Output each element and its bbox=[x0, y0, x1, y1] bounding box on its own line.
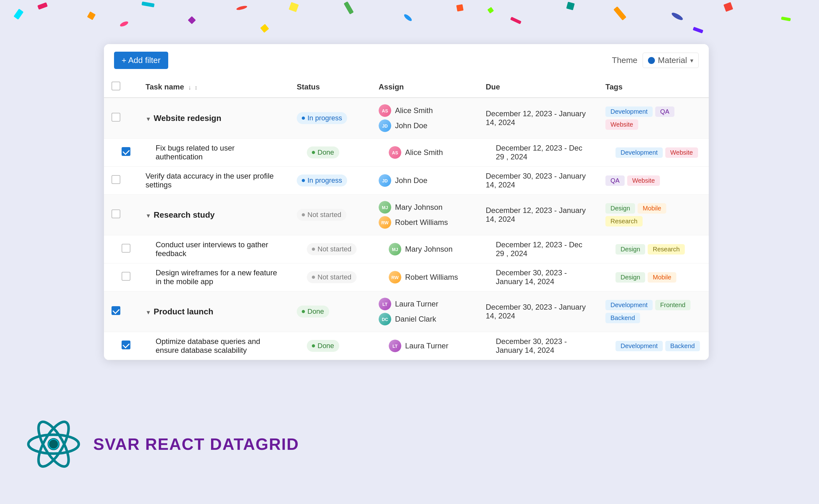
tag: Research bbox=[648, 244, 685, 255]
assignee-name: John Doe bbox=[395, 121, 427, 130]
assignee-name: Mary Johnson bbox=[405, 245, 453, 254]
tags-cell: DevelopmentQAWebsite bbox=[605, 106, 701, 130]
status-dot bbox=[302, 117, 305, 120]
assignee: MJ Mary Johnson bbox=[389, 243, 471, 255]
table-row: Fix bugs related to user authentication … bbox=[104, 139, 709, 167]
assignee-name: Robert Williams bbox=[405, 273, 458, 282]
tag: QA bbox=[605, 175, 625, 186]
avatar: LT bbox=[389, 340, 401, 352]
avatar: LT bbox=[379, 298, 391, 310]
table-row: ▼Product launch Done LT Laura Turner DC … bbox=[104, 291, 709, 332]
assignee: JD John Doe bbox=[379, 174, 471, 187]
data-table: Task name ↓ ↕ Status Assign Due Tags ▼We… bbox=[104, 77, 709, 360]
theme-selector: Theme Material ▾ bbox=[612, 53, 699, 68]
expand-icon[interactable]: ▼ bbox=[146, 116, 151, 122]
tags-cell: DesignMobile bbox=[616, 272, 701, 283]
status-badge: Not started bbox=[307, 243, 357, 255]
status-dot bbox=[312, 276, 315, 279]
tag: Development bbox=[616, 147, 663, 158]
avatar: AS bbox=[389, 146, 401, 159]
avatar: MJ bbox=[389, 243, 401, 255]
tag: Backend bbox=[605, 313, 640, 323]
assignee: AS Alice Smith bbox=[379, 104, 471, 117]
cursor-icon: ↕ bbox=[195, 84, 198, 91]
assignee-name: Robert Williams bbox=[395, 218, 448, 227]
status-dot bbox=[312, 151, 315, 154]
row-checkbox[interactable] bbox=[112, 175, 120, 184]
assignee: JD John Doe bbox=[379, 119, 471, 132]
avatar: AS bbox=[379, 104, 391, 117]
chevron-down-icon: ▾ bbox=[690, 57, 693, 64]
assignee-name: John Doe bbox=[395, 176, 427, 185]
column-header-assign[interactable]: Assign bbox=[371, 77, 478, 98]
status-badge: Done bbox=[297, 306, 329, 318]
row-checkbox[interactable] bbox=[122, 341, 130, 349]
row-checkbox[interactable] bbox=[122, 272, 130, 281]
tag: Website bbox=[627, 175, 660, 186]
due-date: December 12, 2023 - Dec 29 , 2024 bbox=[496, 240, 582, 258]
row-checkbox[interactable] bbox=[112, 113, 120, 122]
theme-dropdown[interactable]: Material ▾ bbox=[643, 53, 699, 68]
expand-icon[interactable]: ▼ bbox=[146, 309, 151, 316]
tags-cell: DesignResearch bbox=[616, 244, 701, 255]
status-badge: Not started bbox=[307, 271, 357, 283]
assignee-name: Mary Johnson bbox=[395, 203, 443, 212]
task-name: Optimize database queries and ensure dat… bbox=[156, 337, 260, 354]
tag: QA bbox=[655, 106, 674, 117]
column-header-tags[interactable]: Tags bbox=[598, 77, 709, 98]
tag: Website bbox=[605, 119, 638, 130]
due-date: December 30, 2023 - January 14, 2024 bbox=[496, 337, 567, 354]
add-filter-button[interactable]: + Add filter bbox=[114, 52, 168, 69]
row-checkbox[interactable] bbox=[112, 306, 120, 315]
svg-text:AS: AS bbox=[382, 108, 388, 113]
avatar: JD bbox=[379, 119, 391, 132]
svg-text:LT: LT bbox=[382, 302, 388, 307]
tags-cell: DesignMobileResearch bbox=[605, 203, 701, 226]
svg-text:LT: LT bbox=[392, 344, 398, 349]
assignee: LT Laura Turner bbox=[389, 340, 471, 352]
task-name: Fix bugs related to user authentication bbox=[156, 144, 235, 161]
table-row: Design wireframes for a new feature in t… bbox=[104, 263, 709, 291]
expand-icon[interactable]: ▼ bbox=[146, 213, 151, 219]
assignee-name: Alice Smith bbox=[395, 106, 433, 115]
tag: Website bbox=[665, 147, 698, 158]
tags-cell: DevelopmentWebsite bbox=[616, 147, 701, 158]
status-dot bbox=[302, 213, 305, 216]
task-group-name: Product launch bbox=[154, 307, 213, 316]
header-checkbox[interactable] bbox=[112, 82, 120, 90]
tag: Frontend bbox=[655, 300, 690, 310]
svg-text:DC: DC bbox=[382, 317, 388, 322]
row-checkbox[interactable] bbox=[122, 147, 130, 156]
assignee: LT Laura Turner bbox=[379, 298, 471, 310]
theme-value: Material bbox=[658, 55, 687, 65]
status-badge: Done bbox=[307, 340, 339, 352]
tag: Mobile bbox=[648, 272, 676, 283]
column-header-task[interactable]: Task name ↓ ↕ bbox=[138, 77, 289, 98]
tags-cell: DevelopmentFrontendBackend bbox=[605, 300, 701, 323]
status-dot bbox=[302, 179, 305, 182]
tag: Development bbox=[605, 106, 653, 117]
status-badge: Not started bbox=[297, 209, 347, 221]
column-header-status[interactable]: Status bbox=[289, 77, 371, 98]
status-dot bbox=[312, 248, 315, 251]
status-dot bbox=[312, 344, 315, 347]
confetti-decoration bbox=[0, 0, 819, 38]
branding: SVAR REACT DATAGRID bbox=[25, 416, 299, 473]
tag: Design bbox=[605, 203, 635, 214]
tag: Development bbox=[605, 300, 653, 310]
avatar: MJ bbox=[379, 201, 391, 214]
table-row: ▼Research study Not started MJ Mary John… bbox=[104, 195, 709, 235]
row-checkbox[interactable] bbox=[122, 244, 130, 253]
table-header-row: Task name ↓ ↕ Status Assign Due Tags bbox=[104, 77, 709, 98]
row-checkbox[interactable] bbox=[112, 209, 120, 218]
svg-point-26 bbox=[49, 440, 58, 449]
column-header-due[interactable]: Due bbox=[478, 77, 598, 98]
svg-text:MJ: MJ bbox=[382, 205, 388, 210]
assignee-name: Daniel Clark bbox=[395, 315, 436, 324]
theme-dot-icon bbox=[648, 57, 655, 64]
react-logo-icon bbox=[25, 416, 82, 473]
assignee: DC Daniel Clark bbox=[379, 313, 471, 325]
assignee: RW Robert Williams bbox=[379, 216, 471, 229]
toolbar: + Add filter Theme Material ▾ bbox=[104, 44, 709, 77]
assignee-name: Laura Turner bbox=[395, 300, 438, 308]
